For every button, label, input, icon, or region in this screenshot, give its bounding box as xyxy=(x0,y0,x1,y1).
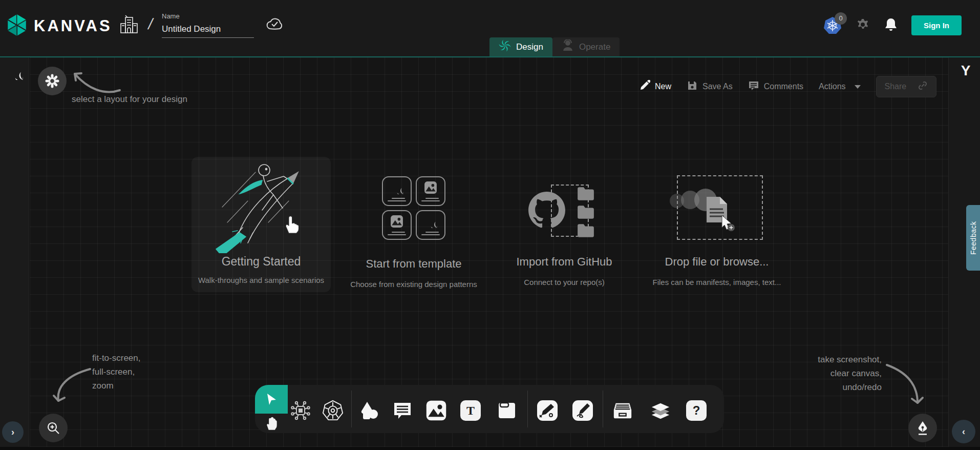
save-icon xyxy=(687,80,698,93)
zoom-button[interactable] xyxy=(39,414,68,442)
github-icon xyxy=(528,192,565,231)
pencil-icon xyxy=(639,80,650,93)
comments-button[interactable]: Comments xyxy=(748,80,803,93)
github-title: Import from GitHub xyxy=(487,255,641,269)
template-tile-spiral[interactable] xyxy=(416,210,445,240)
tab-design[interactable]: Design xyxy=(489,37,552,56)
design-tab-label: Design xyxy=(516,42,543,52)
file-drop-icon xyxy=(705,195,737,232)
app-header: KANVAS / Name xyxy=(0,0,980,56)
pen-tool[interactable] xyxy=(537,400,558,421)
screenshot-hint-arrow xyxy=(885,358,930,411)
canvas-top-accent xyxy=(0,56,980,57)
operate-tab-label: Operate xyxy=(579,42,610,52)
share-button[interactable]: Share xyxy=(876,76,936,97)
text-tool-glyph: T xyxy=(460,400,481,421)
dock-divider xyxy=(603,391,603,427)
component-drawer-tool[interactable] xyxy=(612,400,633,421)
select-tool-button[interactable] xyxy=(255,385,288,414)
tab-operate[interactable]: Operate xyxy=(552,37,620,56)
right-panel-logo[interactable]: Y xyxy=(957,63,974,79)
template-subtitle: Choose from existing design patterns xyxy=(337,280,491,289)
save-as-button[interactable]: Save As xyxy=(687,80,733,93)
brand[interactable]: KANVAS xyxy=(6,13,112,39)
hand-cursor xyxy=(283,213,301,235)
layout-hint-text: select a layout for your design xyxy=(72,94,187,105)
kanvas-app: KANVAS / Name xyxy=(0,0,980,450)
layout-selector-button[interactable] xyxy=(38,67,67,95)
screenshot-hint-text: take screenshot, clear canvas, undo/redo xyxy=(768,353,882,394)
new-label: New xyxy=(655,82,671,91)
actions-dropdown[interactable]: Actions xyxy=(819,82,860,91)
template-tile-image[interactable] xyxy=(416,176,445,206)
repo-folder-icon xyxy=(577,223,595,238)
drop-file-title: Drop file or browse... xyxy=(640,255,794,269)
pan-hand-tool-button[interactable] xyxy=(262,414,281,433)
mode-tabs: Design Operate xyxy=(489,37,620,56)
expand-left-panel-button[interactable]: › xyxy=(2,421,24,443)
operate-tab-icon xyxy=(562,39,574,54)
text-tool[interactable]: T xyxy=(460,400,481,421)
comment-tool[interactable] xyxy=(392,400,413,421)
kubernetes-context-button[interactable]: 0 xyxy=(823,16,842,35)
dock-divider xyxy=(351,391,352,427)
breadcrumb-separator: / xyxy=(146,15,155,33)
expand-right-panel-button[interactable]: ‹ xyxy=(952,420,975,443)
template-tile-image[interactable] xyxy=(382,210,412,240)
kanvas-logo-icon xyxy=(6,13,28,39)
help-glyph: ? xyxy=(686,400,707,421)
design-tab-icon xyxy=(499,39,511,54)
brand-name: KANVAS xyxy=(34,17,112,35)
left-panel-strip xyxy=(0,57,29,447)
notifications-bell-icon[interactable] xyxy=(884,17,898,34)
getting-started-title: Getting Started xyxy=(191,255,331,269)
freehand-draw-tool[interactable] xyxy=(572,400,593,421)
zoom-hint-arrow xyxy=(46,363,93,413)
settings-gear-icon[interactable] xyxy=(855,17,870,34)
share-label: Share xyxy=(885,82,907,91)
layers-tool[interactable] xyxy=(650,400,671,421)
actions-label: Actions xyxy=(819,82,845,91)
github-subtitle: Connect to your repo(s) xyxy=(487,278,641,287)
template-tile-spiral[interactable] xyxy=(382,176,412,206)
meshery-spiral-icon[interactable] xyxy=(7,64,23,82)
organization-icon[interactable] xyxy=(119,13,139,38)
share-link-icon xyxy=(918,80,928,93)
repo-folder-icon xyxy=(577,187,595,201)
comments-label: Comments xyxy=(764,82,803,91)
feedback-tab[interactable]: Feedback xyxy=(966,205,980,271)
chevron-down-icon xyxy=(855,85,861,89)
drop-file-subtitle: Files can be manifests, images, text... xyxy=(640,278,794,287)
dock-divider xyxy=(527,391,528,427)
design-name-input[interactable] xyxy=(162,23,254,38)
sign-in-button[interactable]: Sign In xyxy=(911,15,962,35)
kubernetes-context-count-badge: 0 xyxy=(835,12,847,25)
zoom-hint-text: fit-to-screen, full-screen, zoom xyxy=(92,351,140,393)
getting-started-subtitle: Walk-throughs and sample scenarios xyxy=(186,276,336,284)
comments-icon xyxy=(748,80,759,93)
kubernetes-tool[interactable] xyxy=(322,400,344,421)
component-shapes-tool[interactable] xyxy=(290,400,311,421)
design-name-label: Name xyxy=(162,12,254,20)
header-right-controls: 0 Sign In xyxy=(823,15,962,35)
design-name-field: Name xyxy=(162,12,254,38)
image-tool[interactable] xyxy=(425,400,447,421)
sticky-note-tool[interactable] xyxy=(496,400,518,421)
layout-hint-arrow xyxy=(66,57,123,97)
rocket-illustration xyxy=(207,161,314,253)
save-as-label: Save As xyxy=(702,82,733,91)
cloud-saved-icon xyxy=(265,16,285,34)
whiteboard-pen-button[interactable] xyxy=(908,414,937,442)
repo-folder-icon xyxy=(577,205,595,219)
template-title: Start from template xyxy=(337,257,491,271)
new-button[interactable]: New xyxy=(639,80,671,93)
shapes-tool[interactable] xyxy=(359,400,380,421)
help-tool[interactable]: ? xyxy=(686,400,707,421)
canvas-action-bar: New Save As Comments Actions Sha xyxy=(639,76,936,97)
